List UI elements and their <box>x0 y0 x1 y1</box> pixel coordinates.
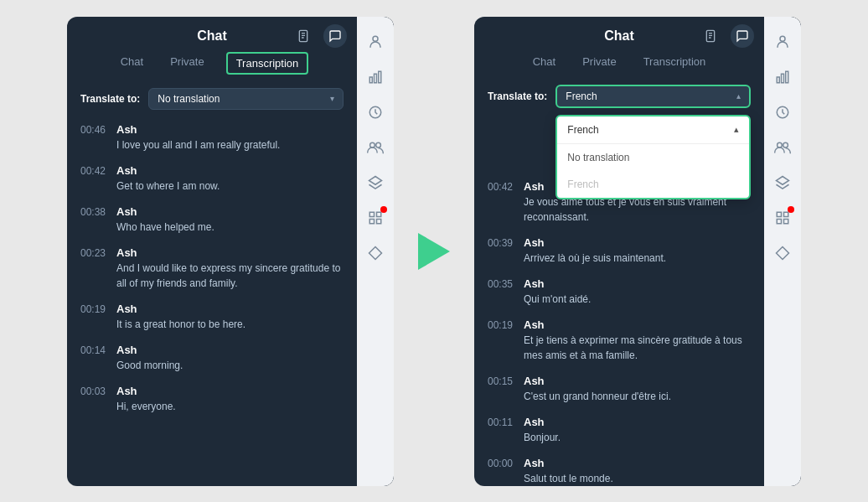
right-translate-value: French <box>566 91 736 102</box>
svg-rect-13 <box>377 212 381 216</box>
svg-point-10 <box>376 142 381 147</box>
msg-time: 00:19 <box>80 303 110 315</box>
left-translate-bar: Translate to: No translation ▾ <box>67 81 357 116</box>
right-tab-transcription[interactable]: Transcription <box>638 52 711 71</box>
right-diamond-icon-btn[interactable] <box>767 238 798 268</box>
svg-point-27 <box>783 142 788 147</box>
svg-marker-11 <box>369 176 382 184</box>
right-tabs: Chat Private Transcription <box>474 52 764 78</box>
msg-author: Ash <box>524 277 545 290</box>
left-header-icons <box>292 24 347 48</box>
right-panel-title: Chat <box>604 28 634 44</box>
right-tab-chat[interactable]: Chat <box>528 52 561 71</box>
msg-author: Ash <box>524 236 545 249</box>
table-row: 00:19 Ash Et je tiens à exprimer ma sinc… <box>488 318 751 363</box>
left-sidebar <box>357 17 394 486</box>
right-layers-icon-btn[interactable] <box>767 168 798 198</box>
msg-author: Ash <box>524 416 545 428</box>
left-translate-select[interactable]: No translation ▾ <box>148 88 344 110</box>
right-clock-icon-btn[interactable] <box>767 97 798 127</box>
diamond-icon-btn[interactable] <box>360 238 390 268</box>
translate-dropdown: French ▴ No translation French <box>555 115 751 199</box>
msg-time: 00:11 <box>488 417 517 428</box>
msg-author: Ash <box>524 180 545 193</box>
table-row: 00:11 Ash Bonjour. <box>488 416 751 445</box>
left-translate-value: No translation <box>158 93 330 105</box>
msg-author: Ash <box>116 385 137 397</box>
right-grid-icon-btn[interactable] <box>767 203 798 233</box>
msg-author: Ash <box>116 303 137 315</box>
direction-arrow <box>418 233 450 270</box>
msg-time: 00:39 <box>488 237 517 249</box>
msg-time: 00:38 <box>80 206 110 218</box>
left-messages: 00:46 Ash I love you all and I am really… <box>67 116 357 486</box>
svg-point-26 <box>778 142 783 147</box>
group-icon-btn[interactable] <box>360 132 390 163</box>
svg-point-9 <box>370 142 375 147</box>
svg-rect-15 <box>377 219 381 223</box>
msg-time: 00:19 <box>488 319 517 331</box>
svg-rect-23 <box>782 74 784 83</box>
msg-time: 00:42 <box>80 165 110 177</box>
right-panel: Chat Chat Private <box>474 17 801 486</box>
msg-author: Ash <box>116 123 137 136</box>
msg-text: Qui m'ont aidé. <box>524 292 751 307</box>
msg-time: 00:00 <box>488 458 517 469</box>
msg-author: Ash <box>524 318 545 331</box>
msg-time: 00:35 <box>488 278 517 290</box>
left-panel-title: Chat <box>197 28 227 44</box>
left-chat-area: Chat Chat Private <box>67 17 357 486</box>
left-translate-label: Translate to: <box>80 93 140 105</box>
svg-rect-22 <box>777 77 779 83</box>
msg-author: Ash <box>116 344 137 356</box>
left-tab-private[interactable]: Private <box>165 52 209 75</box>
right-header-icons <box>699 24 754 48</box>
left-tab-chat[interactable]: Chat <box>116 52 148 75</box>
chart-icon-btn[interactable] <box>360 62 390 92</box>
msg-author: Ash <box>116 246 137 259</box>
svg-rect-24 <box>786 71 788 83</box>
left-panel: Chat Chat Private <box>67 17 394 486</box>
right-person-icon-btn[interactable] <box>767 27 798 57</box>
left-tabs: Chat Private Transcription <box>67 52 357 81</box>
table-row: 00:35 Ash Qui m'ont aidé. <box>488 277 751 307</box>
svg-rect-12 <box>369 212 374 216</box>
dropdown-french-selected[interactable]: French ▴ <box>557 116 749 144</box>
right-translate-wrapper: Translate to: French ▴ French ▴ <box>474 78 764 115</box>
right-chart-icon-btn[interactable] <box>767 62 798 92</box>
svg-marker-16 <box>369 246 382 259</box>
left-document-icon-btn[interactable] <box>292 24 315 48</box>
right-tab-private[interactable]: Private <box>577 52 621 71</box>
msg-author: Ash <box>524 457 545 469</box>
person-icon-btn[interactable] <box>360 27 390 57</box>
svg-rect-32 <box>784 219 788 223</box>
clock-icon-btn[interactable] <box>360 97 390 127</box>
right-document-icon-btn[interactable] <box>699 24 722 48</box>
dropdown-french-option-label: French <box>567 179 598 190</box>
msg-text: Good morning. <box>116 358 344 373</box>
svg-rect-31 <box>777 219 781 223</box>
right-chevron-up-icon: ▴ <box>736 91 741 101</box>
grid-icon-btn[interactable] <box>360 203 390 233</box>
right-chat-area: Chat Chat Private <box>474 17 764 486</box>
msg-text: I love you all and I am really grateful. <box>116 137 344 153</box>
dropdown-french-option[interactable]: French <box>557 171 749 198</box>
svg-point-21 <box>780 36 785 41</box>
dropdown-no-translation[interactable]: No translation <box>557 144 749 171</box>
right-translate-select[interactable]: French ▴ <box>555 85 751 108</box>
left-chat-icon-btn[interactable] <box>323 24 347 48</box>
svg-rect-7 <box>379 71 381 83</box>
right-group-icon-btn[interactable] <box>767 132 798 163</box>
layers-icon-btn[interactable] <box>360 168 390 198</box>
table-row: 00:38 Ash Who have helped me. <box>80 205 344 235</box>
right-chat-icon-btn[interactable] <box>731 24 754 48</box>
dropdown-no-translation-label: No translation <box>567 152 629 163</box>
arrow-container <box>409 233 459 270</box>
table-row: 00:00 Ash Salut tout le monde. <box>488 457 751 486</box>
msg-time: 00:03 <box>80 386 110 397</box>
table-row: 00:42 Ash Get to where I am now. <box>80 164 344 194</box>
msg-time: 00:14 <box>80 344 110 356</box>
svg-rect-5 <box>369 77 372 83</box>
left-tab-transcription[interactable]: Transcription <box>226 52 309 75</box>
table-row: 00:23 Ash And I would like to express my… <box>80 246 344 291</box>
